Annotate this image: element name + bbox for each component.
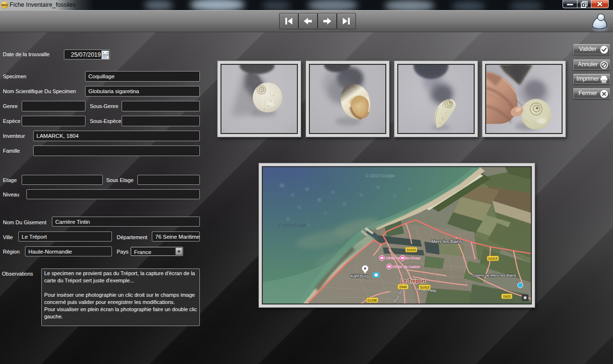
svg-text:D1915: D1915 xyxy=(420,286,429,289)
svg-text:© 2019 Google: © 2019 Google xyxy=(278,223,307,228)
svg-text:D1015: D1015 xyxy=(488,257,498,260)
svg-text:D1015: D1015 xyxy=(406,248,416,252)
svg-text:Le Tréport: Le Tréport xyxy=(401,278,426,284)
svg-text:D940: D940 xyxy=(399,285,407,289)
svg-text:Casino de Mers-les-Bains: Casino de Mers-les-Bains xyxy=(472,273,516,278)
svg-text:D126E: D126E xyxy=(368,299,378,302)
svg-text:Mers-les-Bains: Mers-les-Bains xyxy=(431,239,462,244)
svg-text:Hôtel de Calais: Hôtel de Calais xyxy=(392,265,420,269)
svg-text:D925: D925 xyxy=(503,295,511,298)
svg-text:Kahl Burg: Kahl Burg xyxy=(351,274,369,279)
svg-text:© 2019 Google: © 2019 Google xyxy=(366,173,395,178)
